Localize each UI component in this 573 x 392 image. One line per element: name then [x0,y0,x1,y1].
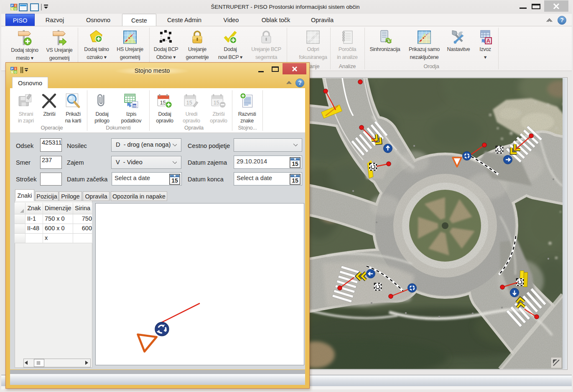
svg-text:15: 15 [292,177,298,184]
svg-text:15: 15 [186,100,192,106]
svg-text:I: I [15,4,16,7]
svg-text:15: 15 [214,100,219,106]
svg-text:O: O [14,8,17,10]
svg-text:A: A [486,38,491,44]
svg-text:15: 15 [160,100,166,106]
svg-text:W: W [133,104,136,108]
svg-text:15: 15 [292,160,298,167]
svg-text:S: S [11,8,13,10]
svg-text:P: P [11,4,13,7]
svg-text:15: 15 [171,177,178,184]
